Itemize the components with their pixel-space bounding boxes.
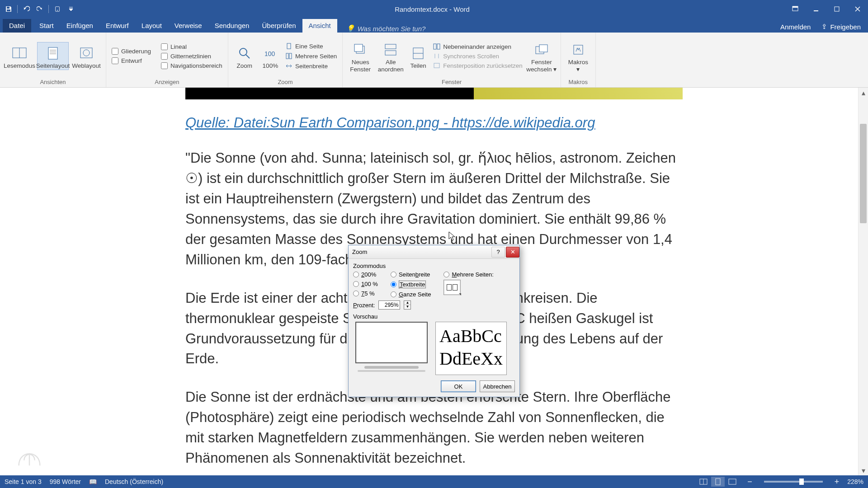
tab-view[interactable]: Ansicht <box>302 19 337 33</box>
switch-windows-button[interactable]: Fenster wechseln ▾ <box>526 39 557 73</box>
read-mode-button[interactable]: Lesemodus <box>4 42 35 70</box>
scroll-up-icon[interactable]: ▴ <box>859 88 868 98</box>
dialog-help-icon[interactable]: ? <box>491 247 505 258</box>
zoom-out-button[interactable]: − <box>747 477 752 487</box>
zoom-slider-knob[interactable] <box>799 479 804 485</box>
percent-input[interactable] <box>378 300 400 310</box>
tell-me-search[interactable]: 💡 Was möchten Sie tun? <box>346 24 426 33</box>
draft-label: Entwurf <box>121 57 142 64</box>
maximize-icon[interactable] <box>826 0 847 18</box>
reset-position-button: Fensterposition zurücksetzen <box>433 62 523 69</box>
ok-button[interactable]: OK <box>441 380 476 392</box>
zoom-button[interactable]: Zoom <box>232 42 257 70</box>
zoom-slider[interactable] <box>764 481 823 483</box>
multi-page-button[interactable]: Mehrere Seiten <box>285 52 337 60</box>
print-layout-button[interactable]: Seitenlayout <box>37 42 69 70</box>
zoom-100-label: 100% <box>263 62 278 70</box>
page-width-radio-label: Seitenbreite <box>399 271 430 278</box>
one-page-button[interactable]: Eine Seite <box>285 42 337 50</box>
print-view-icon[interactable] <box>711 477 725 487</box>
reset-position-icon <box>433 62 440 69</box>
gridlines-checkbox[interactable]: Gitternetzlinien <box>161 53 222 60</box>
side-by-side-button[interactable]: Nebeneinander anzeigen <box>433 43 523 50</box>
undo-icon[interactable] <box>21 4 31 14</box>
arrange-all-button[interactable]: Alle anordnen <box>376 39 405 73</box>
tab-start[interactable]: Start <box>33 19 60 33</box>
close-icon[interactable] <box>847 0 868 18</box>
tab-file[interactable]: Datei <box>3 19 31 33</box>
multi-page-label: Mehrere Seiten <box>295 53 337 60</box>
vertical-scrollbar[interactable]: ▴ ▾ <box>858 88 868 475</box>
svg-rect-19 <box>287 43 291 49</box>
language-indicator[interactable]: Deutsch (Österreich) <box>105 478 163 485</box>
zoom-100-icon: 100 <box>261 45 279 61</box>
web-view-icon[interactable] <box>726 477 739 487</box>
scroll-down-icon[interactable]: ▾ <box>859 465 868 475</box>
multi-pages-radio-label: Mehrere Seiten: <box>452 271 494 278</box>
navpane-checkbox[interactable]: Navigationsbereich <box>161 62 222 69</box>
signin-button[interactable]: Anmelden <box>776 21 816 33</box>
svg-rect-20 <box>286 53 288 59</box>
multi-page-icon <box>285 52 292 60</box>
switch-windows-icon <box>533 42 551 58</box>
macros-label: Makros▾ <box>568 59 588 73</box>
save-icon[interactable] <box>4 4 14 14</box>
split-label: Teilen <box>410 62 426 70</box>
group-window-label: Fenster <box>343 78 561 87</box>
page-width-button[interactable]: Seitenbreite <box>285 62 337 70</box>
web-layout-button[interactable]: Weblayout <box>71 42 102 70</box>
sync-scroll-button: Synchrones Scrollen <box>433 53 523 60</box>
zoom-100-button[interactable]: 100100% <box>259 42 282 70</box>
preview-monitor <box>353 322 430 375</box>
tab-mailings[interactable]: Sendungen <box>208 19 256 33</box>
spellcheck-icon[interactable]: 📖 <box>89 478 97 485</box>
read-view-icon[interactable] <box>697 477 710 487</box>
dialog-titlebar[interactable]: Zoom ? ✕ <box>349 245 519 259</box>
new-window-button[interactable]: Neues Fenster <box>346 39 374 73</box>
cancel-button[interactable]: Abbrechen <box>480 380 515 392</box>
zoom-75-label: 75 % <box>361 290 375 297</box>
ribbon-display-icon[interactable] <box>785 0 806 18</box>
svg-rect-24 <box>385 44 396 49</box>
svg-text:100: 100 <box>264 50 275 57</box>
tab-references[interactable]: Verweise <box>168 19 208 33</box>
outline-label: Gliederung <box>121 48 151 55</box>
multi-pages-radio[interactable]: Mehrere Seiten: <box>443 271 494 278</box>
draft-checkbox[interactable]: Entwurf <box>112 57 151 64</box>
statusbar: Seite 1 von 3 998 Wörter 📖 Deutsch (Öste… <box>0 475 868 488</box>
tab-design[interactable]: Entwurf <box>99 19 135 33</box>
navpane-label: Navigationsbereich <box>170 62 222 69</box>
page-indicator[interactable]: Seite 1 von 3 <box>5 478 42 485</box>
zoom-level[interactable]: 228% <box>847 478 863 485</box>
outline-checkbox[interactable]: Gliederung <box>112 48 151 55</box>
scroll-thumb[interactable] <box>860 124 867 223</box>
sync-scroll-icon <box>433 53 440 59</box>
group-window: Neues Fenster Alle anordnen Teilen Neben… <box>343 33 561 87</box>
text-width-radio[interactable]: Textbreite <box>391 281 431 288</box>
qat-customize-icon[interactable] <box>66 4 76 14</box>
redo-icon[interactable] <box>35 4 45 14</box>
zoom-in-button[interactable]: + <box>835 477 840 487</box>
ruler-checkbox[interactable]: Lineal <box>161 43 222 50</box>
spin-down-icon[interactable]: ▼ <box>404 305 410 309</box>
share-button[interactable]: ⇪ Freigeben <box>817 21 865 33</box>
minimize-icon[interactable] <box>806 0 826 18</box>
page-width-radio[interactable]: Seitenbreite <box>391 271 431 278</box>
tab-insert[interactable]: Einfügen <box>60 19 99 33</box>
zoom-100-radio[interactable]: 100 % <box>353 281 378 287</box>
split-button[interactable]: Teilen <box>407 42 429 70</box>
svg-rect-28 <box>434 44 436 49</box>
whole-page-radio[interactable]: Ganze Seite <box>391 291 431 298</box>
caption-link[interactable]: https://de.wikipedia.org <box>452 115 595 131</box>
touch-mode-icon[interactable] <box>52 4 62 14</box>
reset-position-label: Fensterposition zurücksetzen <box>443 62 523 69</box>
percent-spinner[interactable]: ▲▼ <box>404 300 411 310</box>
dialog-close-icon[interactable]: ✕ <box>506 247 519 258</box>
tab-layout[interactable]: Layout <box>135 19 168 33</box>
zoom-75-radio[interactable]: 75 % <box>353 290 378 297</box>
multi-pages-picker[interactable] <box>443 280 461 295</box>
word-count[interactable]: 998 Wörter <box>50 478 81 485</box>
macros-button[interactable]: Makros▾ <box>565 39 592 73</box>
tab-review[interactable]: Überprüfen <box>255 19 302 33</box>
zoom-200-radio[interactable]: 200% <box>353 271 378 278</box>
